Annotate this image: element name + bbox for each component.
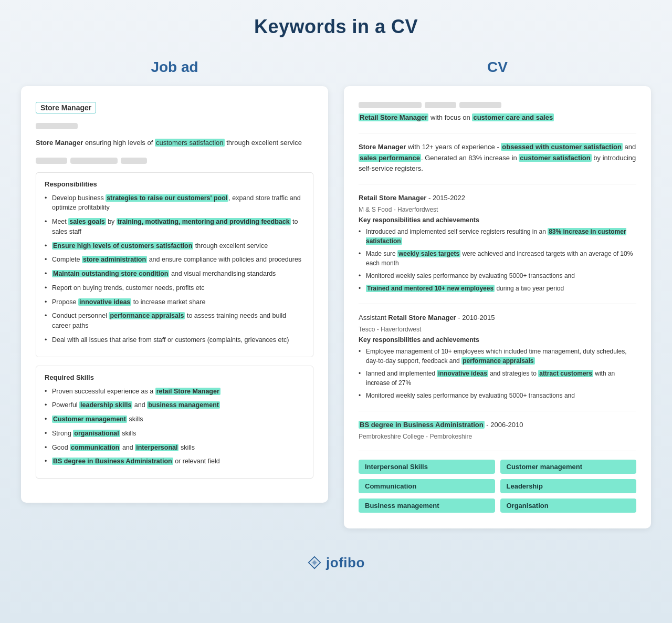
skill-item-4: Strong organisational skills — [45, 429, 304, 439]
cv-skills-grid: Interpersonal Skills Customer management… — [359, 460, 636, 513]
cv-exp2-bullet-2: Ianned and implemented innovative ideas … — [359, 369, 636, 388]
cv-education: BS degree in Business Administration - 2… — [359, 420, 636, 451]
responsibilities-list: Develop business strategies to raise our… — [45, 193, 304, 345]
skill-tag-communication: Communication — [359, 479, 495, 493]
skill-item-1: Proven successful experience as a retail… — [45, 387, 304, 397]
job-intro: Store Manager ensuring high levels of cu… — [36, 138, 313, 148]
skill-tag-organisation: Organisation — [500, 499, 637, 513]
resp-item-3: Ensure high levels of customers satisfac… — [45, 241, 304, 251]
resp-item-1: Develop business strategies to raise our… — [45, 193, 304, 213]
job-ad-title: Job ad — [21, 59, 328, 76]
responsibilities-section: Responsibilities Develop business strate… — [36, 172, 313, 357]
columns-wrapper: Job ad Store Manager Store Manager ensur… — [21, 59, 651, 528]
cv-exp2-bullets: Employee management of 10+ employees whi… — [359, 347, 636, 400]
job-intro-bold: Store Manager — [36, 139, 83, 147]
job-ad-card: Store Manager Store Manager ensuring hig… — [21, 86, 328, 503]
cv-profile-headline: Retail Store Manager with focus on custo… — [359, 112, 636, 133]
resp-item-7: Propose innovative ideas to increase mar… — [45, 297, 304, 307]
blurred-title — [36, 123, 78, 129]
skills-list: Proven successful experience as a retail… — [45, 387, 304, 467]
skill-item-3: Customer management skills — [45, 414, 304, 424]
skill-item-5: Good communication and interpersonal ski… — [45, 443, 304, 453]
responsibilities-title: Responsibilities — [45, 180, 304, 188]
resp-item-5: Maintain outstanding store condition and… — [45, 269, 304, 279]
cv-focus-hl: customer care and sales — [472, 113, 554, 121]
skill-item-2: Powerful leadership skills and business … — [45, 400, 304, 410]
resp-item-8: Conduct personnel performance appraisals… — [45, 311, 304, 331]
skill-item-6: BS degree in Business Administration or … — [45, 456, 304, 466]
skills-section: Required Skills Proven successful experi… — [36, 366, 313, 479]
jofibo-diamond-icon — [307, 555, 322, 570]
skill-tag-business-mgmt: Business management — [359, 499, 495, 513]
resp-item-4: Complete store administration and ensure… — [45, 255, 304, 265]
cv-exp2-bullet-1: Employee management of 10+ employees whi… — [359, 347, 636, 366]
skill-tag-leadership: Leadership — [500, 479, 637, 493]
skills-title: Required Skills — [45, 373, 304, 381]
job-title-badge: Store Manager — [36, 102, 96, 113]
cv-title-hl: Retail Store Manager — [359, 113, 428, 121]
cv-card: Retail Store Manager with focus on custo… — [344, 86, 651, 528]
customers-satisfaction-hl: customers satisfaction — [155, 139, 225, 147]
resp-item-2: Meet sales goals by training, motivating… — [45, 217, 304, 237]
page-title: Keywords in a CV — [10, 16, 662, 38]
cv-exp2: Assistant Retail Store Manager - 2010-20… — [359, 313, 636, 411]
resp-item-9: Deal with all issues that arise from sta… — [45, 335, 304, 345]
resp-item-6: Report on buying trends, customer needs,… — [45, 283, 304, 293]
cv-exp1-bullet-2: Made sure weekly sales targets were achi… — [359, 249, 636, 268]
cv-exp1: Retail Store Manager - 2015-2022 M & S F… — [359, 193, 636, 304]
cv-column: CV Retail Store Manager with focus on cu… — [344, 59, 651, 528]
cv-exp1-bullet-4: Trained and mentored 10+ new employees d… — [359, 284, 636, 293]
jofibo-brand-text: jofibo — [326, 555, 365, 571]
cv-exp2-bullet-3: Monitored weekly sales performance by ev… — [359, 391, 636, 400]
skill-tag-interpersonal: Interpersonal Skills — [359, 460, 495, 474]
cv-exp1-bullets: Introduced and implemented self service … — [359, 227, 636, 293]
cv-header-blurred — [359, 102, 636, 108]
cv-exp1-bullet-3: Monitored weekly sales performance by ev… — [359, 271, 636, 281]
cv-summary: Store Manager with 12+ years of experien… — [359, 142, 636, 184]
blurred-lines-row — [36, 158, 313, 164]
cv-exp1-bullet-1: Introduced and implemented self service … — [359, 227, 636, 246]
job-ad-column: Job ad Store Manager Store Manager ensur… — [21, 59, 328, 528]
skill-tag-customer-mgmt: Customer management — [500, 460, 637, 474]
cv-title: CV — [344, 59, 651, 76]
jofibo-logo: jofibo — [307, 555, 365, 571]
footer: jofibo — [10, 555, 662, 571]
